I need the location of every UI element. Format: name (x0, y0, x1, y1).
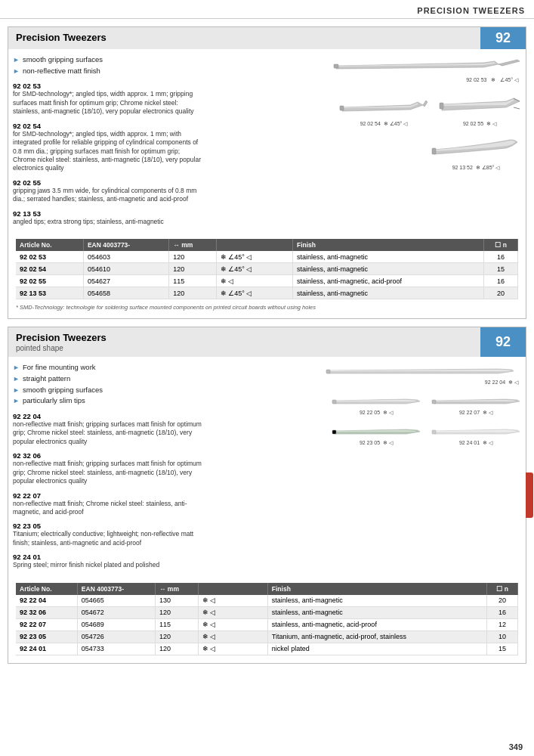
table-row: 92 23 05 054726 120 ❄ ◁ Titanium, anti-m… (16, 631, 518, 643)
td-article: 92 02 53 (16, 251, 83, 263)
svg-line-11 (514, 107, 520, 109)
tweezers-pointed-2 (331, 393, 421, 410)
section2-header: Precision Tweezers pointed shape 92 (8, 327, 526, 357)
feature-s2-2: ► straight pattern (13, 374, 203, 384)
td-qty: 16 (484, 275, 518, 287)
page-number: 349 (509, 742, 523, 751)
td-ean: 054603 (83, 251, 168, 263)
td-ean: 054610 (83, 263, 168, 275)
svg-rect-25 (332, 430, 336, 434)
section1-table-wrapper: Article No. EAN 4003773- ↔ mm Finish ☐ n… (8, 239, 526, 318)
td2-article: 92 22 07 (16, 618, 77, 631)
product-id-s2-1: 92 22 04 (13, 412, 203, 420)
product-entry-2: 92 02 54 for SMD-technology*; angled tip… (13, 122, 203, 173)
td2-ean: 054726 (77, 631, 155, 643)
th-article: Article No. (16, 239, 83, 251)
img1-icon2: ∠45° ◁ (500, 77, 518, 83)
td2-qty: 15 (487, 643, 518, 655)
img3-label: 92 02 55 (463, 121, 483, 127)
th2-size: ↔ mm (156, 583, 199, 595)
arrow-s2-4: ► (13, 396, 20, 406)
td-qty: 20 (484, 287, 518, 299)
s2-img1-label: 92 22 04 (485, 380, 505, 386)
svg-rect-13 (432, 148, 436, 154)
arrow-s2-1: ► (13, 363, 20, 373)
table-row: 92 22 04 054665 130 ❄ ◁ stainless, anti-… (16, 595, 518, 607)
td2-finish: stainless, anti-magnetic (267, 595, 486, 607)
td-finish: stainless, anti-magnetic (292, 251, 483, 263)
tweezers-pointed-4 (331, 423, 421, 440)
td-size: 120 (169, 263, 216, 275)
feature-1: ► smooth gripping surfaces (13, 55, 203, 65)
td-icons: ❄ ∠45° ◁ (216, 263, 292, 275)
section2-body: ► For fine mounting work ► straight patt… (8, 357, 526, 578)
tweezers-img-1 (332, 55, 521, 76)
svg-marker-9 (442, 99, 514, 106)
section1-right: 92 02 53 ❄ ∠45° ◁ (209, 55, 521, 231)
td-qty: 15 (484, 263, 518, 275)
product-id-s2-4: 92 23 05 (13, 522, 203, 530)
s2-img4-label: 92 23 05 (360, 440, 380, 446)
feature-s2-label-1: For fine mounting work (23, 363, 96, 371)
section1-left: ► smooth gripping surfaces ► non-reflect… (13, 55, 209, 231)
product-desc-3: gripping jaws 3.5 mm wide, for cylindric… (13, 187, 203, 204)
feature-s2-label-3: smooth gripping surfaces (23, 386, 103, 394)
product-desc-4: angled tips; extra strong tips; stainles… (13, 218, 203, 226)
th-icons (216, 239, 292, 251)
td-icons: ❄ ∠45° ◁ (216, 287, 292, 299)
td-article: 92 02 55 (16, 275, 83, 287)
img2-label: 92 02 54 (360, 121, 381, 127)
th-qty: ☐ n (484, 239, 518, 251)
td2-size: 120 (156, 643, 199, 655)
arrow-icon-1: ► (13, 55, 20, 65)
td2-article: 92 22 04 (16, 595, 77, 607)
td2-icons: ❄ ◁ (198, 606, 267, 618)
td2-article: 92 32 06 (16, 606, 77, 618)
section-1: Precision Tweezers 92 ► smooth gripping … (8, 26, 526, 319)
td-article: 92 02 54 (16, 263, 83, 275)
svg-rect-12 (440, 103, 443, 109)
svg-rect-16 (326, 370, 330, 373)
feature-s2-label-2: straight pattern (23, 374, 70, 383)
td2-finish: Titanium, anti-magnetic, acid-proof, sta… (267, 631, 486, 643)
section1-body: ► smooth gripping surfaces ► non-reflect… (8, 49, 526, 234)
td2-size: 115 (156, 618, 199, 631)
td2-ean: 054672 (77, 606, 155, 618)
td-size: 120 (169, 287, 216, 299)
th-ean: EAN 4003773- (83, 239, 168, 251)
table-row: 92 02 55 054627 115 ❄ ◁ stainless, anti-… (16, 275, 518, 287)
svg-marker-6 (423, 101, 428, 107)
tweezers-img-4 (431, 135, 521, 165)
section2-right: 92 22 04 ❄ ◁ 92 22 05 ❄ ◁ (209, 363, 521, 575)
product-entry-s2-1: 92 22 04 non-reflective matt finish; gri… (13, 412, 203, 446)
page-header: PRECISION TWEEZERS (0, 0, 534, 19)
td2-size: 120 (156, 631, 199, 643)
product-entry-1: 92 02 53 for SMD-technology*; angled tip… (13, 82, 203, 116)
section1-title-area: Precision Tweezers (8, 27, 480, 49)
td2-icons: ❄ ◁ (198, 618, 267, 631)
product-entry-s2-3: 92 22 07 non-reflective matt finish; Chr… (13, 491, 203, 517)
product-id-s2-2: 92 32 06 (13, 451, 203, 460)
tweezers-pointed-1 (325, 363, 521, 380)
tweezers-pointed-3 (431, 393, 521, 410)
section1-features: ► smooth gripping surfaces ► non-reflect… (13, 55, 203, 76)
tweezers-pointed-5 (431, 423, 521, 440)
product-desc-2: for SMD-technology*; angled tips, width … (13, 130, 203, 173)
product-desc-s2-3: non-reflective matt finish; Chrome nicke… (13, 500, 203, 517)
product-id-s2-5: 92 24 01 (13, 553, 203, 561)
th2-article: Article No. (16, 583, 77, 595)
feature-s2-1: ► For fine mounting work (13, 363, 203, 373)
td-icons: ❄ ◁ (216, 275, 292, 287)
td-article: 92 13 53 (16, 287, 83, 299)
table-row: 92 13 53 054658 120 ❄ ∠45° ◁ stainless, … (16, 287, 518, 299)
product-entry-4: 92 13 53 angled tips; extra strong tips;… (13, 209, 203, 226)
feature-s2-4: ► particularly slim tips (13, 396, 203, 406)
td2-qty: 10 (487, 631, 518, 643)
td-icons: ❄ ∠45° ◁ (216, 251, 292, 263)
feature-label-2: non-reflective matt finish (23, 67, 100, 75)
th-finish: Finish (292, 239, 483, 251)
product-entry-s2-4: 92 23 05 Titanium; electrically conducti… (13, 522, 203, 547)
td2-ean: 054733 (77, 643, 155, 655)
td2-qty: 16 (487, 606, 518, 618)
td2-size: 120 (156, 606, 199, 618)
